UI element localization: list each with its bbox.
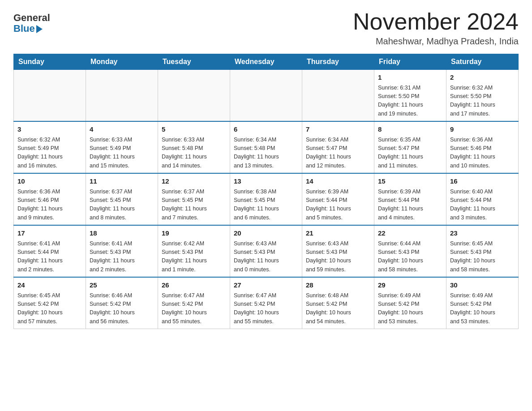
day-number: 7	[306, 124, 370, 135]
day-number: 18	[90, 228, 154, 239]
day-number: 4	[90, 124, 154, 135]
calendar-cell: 28Sunrise: 6:48 AM Sunset: 5:42 PM Dayli…	[302, 277, 374, 329]
weekday-header-sunday: Sunday	[14, 54, 86, 70]
weekday-header-row: SundayMondayTuesdayWednesdayThursdayFrid…	[14, 54, 519, 70]
day-number: 5	[162, 124, 226, 135]
day-info: Sunrise: 6:34 AM Sunset: 5:47 PM Dayligh…	[306, 136, 370, 171]
logo-arrow-icon	[36, 25, 43, 33]
day-number: 16	[450, 176, 515, 187]
day-info: Sunrise: 6:33 AM Sunset: 5:48 PM Dayligh…	[162, 136, 226, 171]
day-number: 6	[234, 124, 298, 135]
day-number: 13	[234, 176, 298, 187]
day-info: Sunrise: 6:49 AM Sunset: 5:42 PM Dayligh…	[450, 291, 515, 326]
calendar-cell: 11Sunrise: 6:37 AM Sunset: 5:45 PM Dayli…	[86, 173, 158, 225]
calendar-cell	[158, 70, 230, 122]
weekday-header-wednesday: Wednesday	[230, 54, 302, 70]
day-number: 28	[306, 280, 370, 291]
logo-blue: Blue	[13, 23, 35, 34]
day-number: 2	[450, 73, 515, 83]
day-info: Sunrise: 6:46 AM Sunset: 5:42 PM Dayligh…	[90, 291, 154, 326]
calendar-cell: 7Sunrise: 6:34 AM Sunset: 5:47 PM Daylig…	[302, 121, 374, 173]
day-info: Sunrise: 6:33 AM Sunset: 5:49 PM Dayligh…	[90, 136, 154, 171]
day-number: 22	[378, 228, 442, 239]
day-info: Sunrise: 6:37 AM Sunset: 5:45 PM Dayligh…	[162, 188, 226, 223]
logo: General Blue	[13, 13, 50, 34]
calendar-cell: 22Sunrise: 6:44 AM Sunset: 5:43 PM Dayli…	[374, 225, 446, 277]
calendar-week-row: 10Sunrise: 6:36 AM Sunset: 5:46 PM Dayli…	[14, 173, 519, 225]
day-number: 12	[162, 176, 226, 187]
calendar-cell: 12Sunrise: 6:37 AM Sunset: 5:45 PM Dayli…	[158, 173, 230, 225]
day-info: Sunrise: 6:36 AM Sunset: 5:46 PM Dayligh…	[17, 188, 82, 223]
day-info: Sunrise: 6:39 AM Sunset: 5:44 PM Dayligh…	[306, 188, 370, 223]
calendar-cell: 13Sunrise: 6:38 AM Sunset: 5:45 PM Dayli…	[230, 173, 302, 225]
day-info: Sunrise: 6:42 AM Sunset: 5:43 PM Dayligh…	[162, 240, 226, 274]
calendar-cell: 30Sunrise: 6:49 AM Sunset: 5:42 PM Dayli…	[446, 277, 519, 329]
day-number: 26	[162, 280, 226, 291]
calendar-cell	[14, 70, 86, 122]
day-info: Sunrise: 6:34 AM Sunset: 5:48 PM Dayligh…	[234, 136, 298, 171]
location-title: Maheshwar, Madhya Pradesh, India	[353, 36, 519, 47]
calendar-week-row: 17Sunrise: 6:41 AM Sunset: 5:44 PM Dayli…	[14, 225, 519, 277]
day-info: Sunrise: 6:38 AM Sunset: 5:45 PM Dayligh…	[234, 188, 298, 223]
calendar-cell	[302, 70, 374, 122]
calendar-cell: 14Sunrise: 6:39 AM Sunset: 5:44 PM Dayli…	[302, 173, 374, 225]
calendar-cell: 2Sunrise: 6:32 AM Sunset: 5:50 PM Daylig…	[446, 70, 519, 122]
calendar-week-row: 1Sunrise: 6:31 AM Sunset: 5:50 PM Daylig…	[14, 70, 519, 122]
calendar-cell	[86, 70, 158, 122]
day-number: 8	[378, 124, 442, 135]
day-info: Sunrise: 6:43 AM Sunset: 5:43 PM Dayligh…	[234, 240, 298, 274]
logo-general: General	[13, 13, 50, 23]
title-area: November 2024 Maheshwar, Madhya Pradesh,…	[353, 9, 519, 47]
day-info: Sunrise: 6:47 AM Sunset: 5:42 PM Dayligh…	[162, 291, 226, 326]
day-info: Sunrise: 6:41 AM Sunset: 5:44 PM Dayligh…	[17, 240, 82, 274]
day-info: Sunrise: 6:45 AM Sunset: 5:43 PM Dayligh…	[450, 240, 515, 274]
calendar-cell: 1Sunrise: 6:31 AM Sunset: 5:50 PM Daylig…	[374, 70, 446, 122]
day-info: Sunrise: 6:40 AM Sunset: 5:44 PM Dayligh…	[450, 188, 515, 223]
day-number: 29	[378, 280, 442, 291]
calendar-cell: 9Sunrise: 6:36 AM Sunset: 5:46 PM Daylig…	[446, 121, 519, 173]
day-number: 27	[234, 280, 298, 291]
calendar-cell: 24Sunrise: 6:45 AM Sunset: 5:42 PM Dayli…	[14, 277, 86, 329]
day-number: 1	[378, 73, 442, 83]
calendar-cell: 4Sunrise: 6:33 AM Sunset: 5:49 PM Daylig…	[86, 121, 158, 173]
day-number: 30	[450, 280, 515, 291]
day-info: Sunrise: 6:31 AM Sunset: 5:50 PM Dayligh…	[378, 84, 442, 119]
day-info: Sunrise: 6:44 AM Sunset: 5:43 PM Dayligh…	[378, 240, 442, 274]
calendar-cell: 23Sunrise: 6:45 AM Sunset: 5:43 PM Dayli…	[446, 225, 519, 277]
day-number: 15	[378, 176, 442, 187]
calendar-cell: 27Sunrise: 6:47 AM Sunset: 5:42 PM Dayli…	[230, 277, 302, 329]
day-number: 24	[17, 280, 82, 291]
day-info: Sunrise: 6:35 AM Sunset: 5:47 PM Dayligh…	[378, 136, 442, 171]
day-info: Sunrise: 6:49 AM Sunset: 5:42 PM Dayligh…	[378, 291, 442, 326]
page-header: General Blue November 2024 Maheshwar, Ma…	[13, 9, 519, 47]
weekday-header-saturday: Saturday	[446, 54, 519, 70]
weekday-header-friday: Friday	[374, 54, 446, 70]
calendar-week-row: 3Sunrise: 6:32 AM Sunset: 5:49 PM Daylig…	[14, 121, 519, 173]
day-info: Sunrise: 6:45 AM Sunset: 5:42 PM Dayligh…	[17, 291, 82, 326]
day-number: 11	[90, 176, 154, 187]
weekday-header-tuesday: Tuesday	[158, 54, 230, 70]
calendar-cell: 19Sunrise: 6:42 AM Sunset: 5:43 PM Dayli…	[158, 225, 230, 277]
day-info: Sunrise: 6:48 AM Sunset: 5:42 PM Dayligh…	[306, 291, 370, 326]
calendar-cell: 20Sunrise: 6:43 AM Sunset: 5:43 PM Dayli…	[230, 225, 302, 277]
day-info: Sunrise: 6:47 AM Sunset: 5:42 PM Dayligh…	[234, 291, 298, 326]
calendar-table: SundayMondayTuesdayWednesdayThursdayFrid…	[13, 54, 519, 329]
calendar-cell: 25Sunrise: 6:46 AM Sunset: 5:42 PM Dayli…	[86, 277, 158, 329]
calendar-week-row: 24Sunrise: 6:45 AM Sunset: 5:42 PM Dayli…	[14, 277, 519, 329]
day-number: 19	[162, 228, 226, 239]
day-info: Sunrise: 6:32 AM Sunset: 5:50 PM Dayligh…	[450, 84, 515, 119]
day-number: 10	[17, 176, 82, 187]
day-number: 9	[450, 124, 515, 135]
calendar-cell: 16Sunrise: 6:40 AM Sunset: 5:44 PM Dayli…	[446, 173, 519, 225]
weekday-header-thursday: Thursday	[302, 54, 374, 70]
calendar-cell	[230, 70, 302, 122]
calendar-cell: 29Sunrise: 6:49 AM Sunset: 5:42 PM Dayli…	[374, 277, 446, 329]
day-number: 20	[234, 228, 298, 239]
calendar-cell: 21Sunrise: 6:43 AM Sunset: 5:43 PM Dayli…	[302, 225, 374, 277]
calendar-cell: 10Sunrise: 6:36 AM Sunset: 5:46 PM Dayli…	[14, 173, 86, 225]
day-info: Sunrise: 6:43 AM Sunset: 5:43 PM Dayligh…	[306, 240, 370, 274]
calendar-cell: 17Sunrise: 6:41 AM Sunset: 5:44 PM Dayli…	[14, 225, 86, 277]
calendar-cell: 18Sunrise: 6:41 AM Sunset: 5:43 PM Dayli…	[86, 225, 158, 277]
month-title: November 2024	[353, 9, 519, 34]
day-info: Sunrise: 6:39 AM Sunset: 5:44 PM Dayligh…	[378, 188, 442, 223]
